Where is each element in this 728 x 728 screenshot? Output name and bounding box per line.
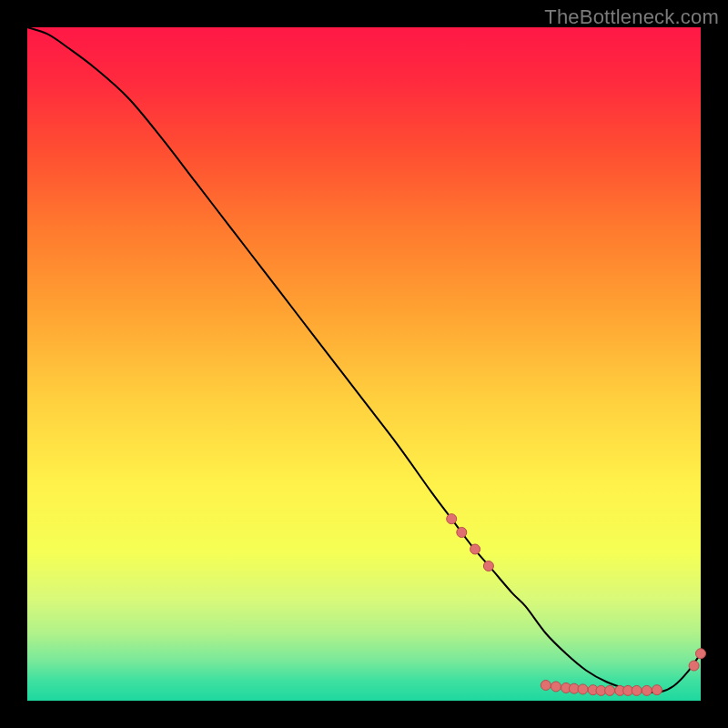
- chart-stage: { "watermark": "TheBottleneck.com", "plo…: [0, 0, 728, 728]
- marker-cluster-left: [457, 528, 467, 538]
- marker-cluster-floor: [632, 685, 642, 695]
- marker-cluster-floor: [642, 685, 652, 695]
- marker-cluster-left: [447, 514, 457, 524]
- marker-cluster-floor: [578, 684, 588, 694]
- gradient-background: [27, 27, 701, 701]
- marker-cluster-floor: [541, 680, 551, 690]
- marker-cluster-left: [483, 561, 493, 571]
- marker-cluster-right: [689, 661, 699, 671]
- marker-cluster-right: [696, 649, 706, 659]
- marker-cluster-left: [470, 544, 480, 554]
- marker-cluster-floor: [605, 685, 615, 695]
- marker-cluster-floor: [551, 682, 561, 692]
- marker-cluster-floor: [652, 685, 662, 695]
- plot-svg: [0, 0, 728, 728]
- watermark-text: TheBottleneck.com: [544, 5, 719, 29]
